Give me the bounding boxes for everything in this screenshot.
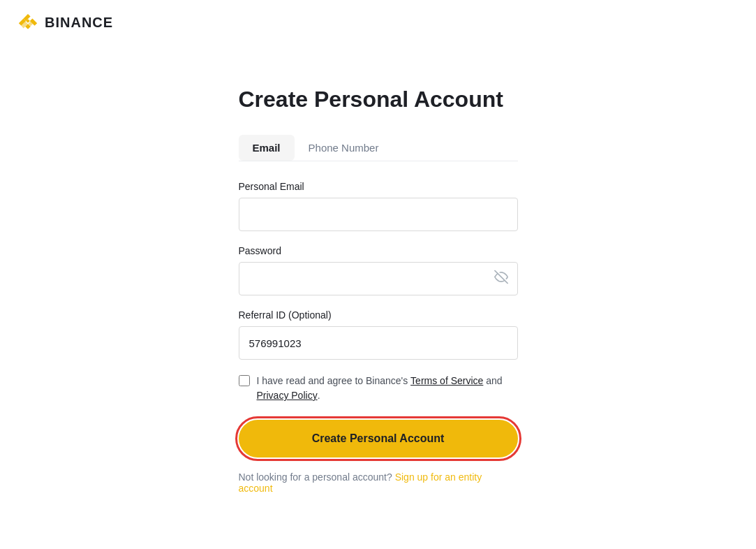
toggle-password-icon[interactable]	[494, 270, 508, 288]
referral-group: Referral ID (Optional)	[239, 309, 518, 360]
password-input[interactable]	[239, 262, 518, 295]
entity-account-text: Not looking for a personal account? Sign…	[239, 471, 518, 494]
terms-checkbox[interactable]	[239, 375, 250, 386]
not-personal-text: Not looking for a personal account?	[239, 471, 392, 483]
checkbox-text-after: .	[318, 390, 320, 401]
terms-of-service-link[interactable]: Terms of Service	[410, 375, 483, 386]
page-title: Create Personal Account	[239, 87, 518, 112]
password-label: Password	[239, 245, 518, 256]
email-label: Personal Email	[239, 181, 518, 192]
main-content: Create Personal Account Email Phone Numb…	[0, 45, 756, 494]
password-input-wrapper	[239, 262, 518, 295]
create-account-button[interactable]: Create Personal Account	[239, 420, 518, 458]
password-group: Password	[239, 245, 518, 295]
logo-link[interactable]: BINANCE	[17, 11, 113, 34]
referral-input[interactable]	[239, 326, 518, 360]
binance-logo-icon	[17, 11, 39, 34]
header: BINANCE	[0, 0, 756, 45]
privacy-policy-link[interactable]: Privacy Policy	[257, 390, 318, 401]
form-container: Create Personal Account Email Phone Numb…	[239, 87, 518, 494]
logo-text: BINANCE	[45, 15, 113, 31]
terms-label[interactable]: I have read and agree to Binance's Terms…	[257, 374, 518, 403]
email-group: Personal Email	[239, 181, 518, 231]
tab-group: Email Phone Number	[239, 135, 518, 161]
terms-checkbox-group: I have read and agree to Binance's Terms…	[239, 374, 518, 403]
checkbox-text-between: and	[483, 375, 502, 386]
checkbox-text-before: I have read and agree to Binance's	[257, 375, 411, 386]
tab-email[interactable]: Email	[239, 135, 295, 161]
referral-label: Referral ID (Optional)	[239, 309, 518, 321]
tab-phone[interactable]: Phone Number	[295, 135, 393, 161]
email-input[interactable]	[239, 198, 518, 231]
